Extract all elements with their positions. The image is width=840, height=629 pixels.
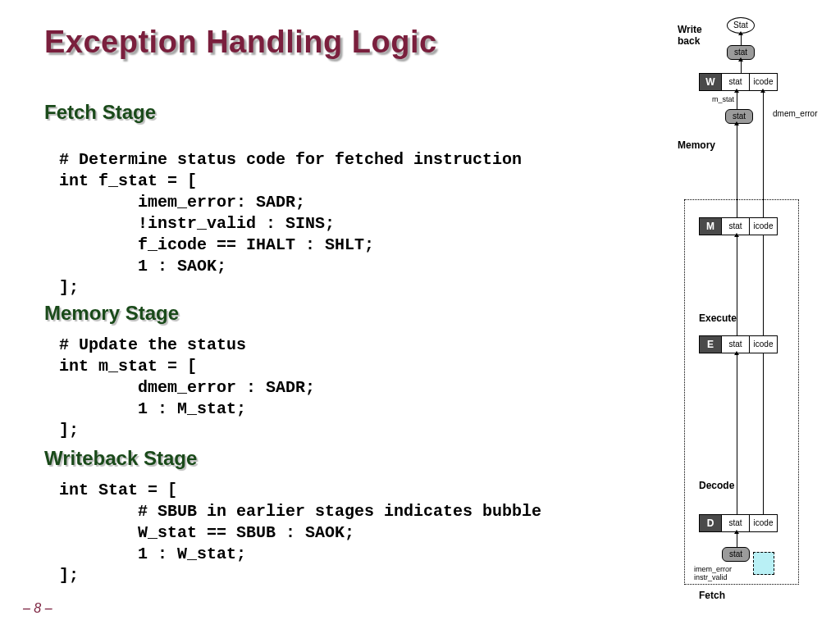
stage-d-stat: stat [721, 515, 749, 531]
arrow-m-to-stat-mem [737, 125, 737, 217]
stage-m-icode: icode [749, 218, 777, 235]
writeback-label: Write back [678, 24, 702, 47]
stage-d-tag: D [700, 515, 721, 531]
stage-w-stat: stat [721, 74, 749, 90]
stage-e-stat: stat [721, 336, 749, 353]
stage-w-icode: icode [749, 74, 777, 90]
stage-m-stat: stat [721, 218, 749, 235]
m-stat-label: m_stat [712, 96, 734, 104]
slide-title: Exception Handling Logic [44, 25, 437, 60]
arrow-mstat-to-w [737, 93, 737, 109]
stage-e-icode: icode [749, 336, 777, 353]
arrow-w-to-stat [741, 62, 742, 73]
slide: Exception Handling Logic Fetch Stage # D… [0, 0, 840, 629]
dmem-error-label: dmem_error [773, 109, 817, 118]
stage-d-icode: icode [749, 515, 777, 531]
code-memory: # Update the status int m_stat = [ dmem_… [59, 335, 315, 441]
arrow-d-to-e-stat [737, 355, 737, 514]
decode-label: Decode [699, 480, 734, 491]
stage-e-tag: E [700, 336, 721, 353]
stat-box-fetch: stat [722, 547, 750, 562]
arrow-stat-to-oval [741, 35, 742, 45]
fetch-label: Fetch [699, 590, 725, 601]
code-fetch: # Determine status code for fetched inst… [59, 149, 522, 299]
memory-label: Memory [678, 139, 715, 151]
execute-label: Execute [699, 312, 737, 324]
pipeline-diagram: Write back Stat stat W stat icode m_stat… [678, 21, 833, 611]
stat-box-mem: stat [725, 109, 753, 124]
heading-memory: Memory Stage [44, 302, 179, 325]
arrow-stat-to-d [737, 534, 737, 547]
stage-w-tag: W [700, 74, 721, 90]
page-number: – 8 – [23, 601, 52, 616]
heading-writeback: Writeback Stage [44, 447, 197, 470]
stage-m-tag: M [700, 218, 721, 235]
fetch-block [753, 552, 774, 575]
code-writeback: int Stat = [ # SBUB in earlier stages in… [59, 480, 541, 586]
heading-fetch: Fetch Stage [44, 101, 156, 124]
imem-instr-labels: imem_error instr_valid [694, 566, 732, 582]
arrow-e-to-m-stat [737, 237, 737, 335]
